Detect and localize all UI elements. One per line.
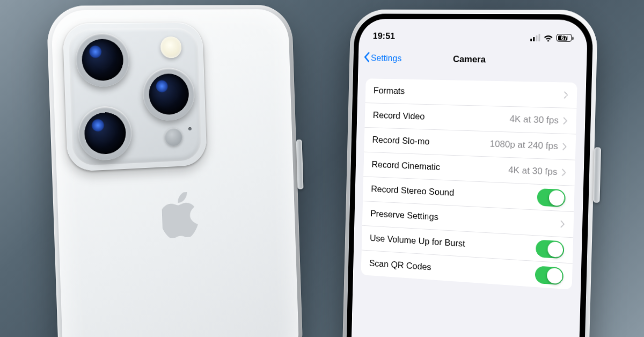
camera-module bbox=[62, 23, 207, 172]
battery-percent: 67 bbox=[561, 35, 567, 41]
phone-screen: 19:51 67 Settings Camera bbox=[348, 19, 588, 337]
side-button bbox=[593, 147, 601, 203]
page-title: Camera bbox=[453, 54, 486, 65]
row-label: Preserve Settings bbox=[370, 208, 438, 223]
row-label: Record Slo-mo bbox=[372, 135, 429, 147]
iphone-front-view: 19:51 67 Settings Camera bbox=[339, 10, 598, 337]
row-label: Formats bbox=[374, 85, 405, 97]
battery-indicator: 67 bbox=[557, 34, 572, 42]
toggle-switch[interactable] bbox=[537, 188, 566, 207]
camera-lens-icon bbox=[142, 67, 195, 121]
lidar-sensor-icon bbox=[164, 128, 182, 146]
row-label: Use Volume Up for Burst bbox=[370, 233, 465, 249]
row-value: 4K at 30 fps bbox=[509, 114, 559, 126]
row-label: Record Cinematic bbox=[371, 159, 440, 173]
status-time: 19:51 bbox=[373, 31, 396, 42]
row-label: Record Stereo Sound bbox=[371, 184, 454, 199]
row-value: 1080p at 240 fps bbox=[490, 138, 558, 152]
status-bar: 19:51 67 bbox=[358, 19, 588, 48]
chevron-left-icon bbox=[363, 52, 370, 65]
chevron-right-icon bbox=[563, 117, 568, 125]
apple-logo-icon bbox=[162, 192, 200, 239]
row-value: 4K at 30 fps bbox=[508, 165, 558, 178]
iphone-back-view bbox=[46, 5, 303, 337]
microphone-dot-icon bbox=[188, 127, 192, 130]
toggle-switch[interactable] bbox=[535, 266, 564, 285]
settings-list: Formats Record Video 4K at 30 fps Record… bbox=[361, 78, 577, 289]
row-label: Record Video bbox=[373, 110, 425, 122]
cellular-signal-icon bbox=[530, 34, 540, 41]
chevron-right-icon bbox=[560, 220, 565, 228]
chevron-right-icon bbox=[564, 91, 568, 99]
nav-bar: Settings Camera bbox=[358, 46, 587, 74]
toggle-switch[interactable] bbox=[536, 239, 565, 259]
back-label: Settings bbox=[371, 53, 402, 64]
flash-icon bbox=[160, 36, 182, 58]
back-button[interactable]: Settings bbox=[363, 52, 402, 65]
camera-lens-icon bbox=[78, 106, 133, 162]
wifi-icon bbox=[543, 34, 553, 41]
side-button bbox=[296, 140, 304, 189]
camera-lens-icon bbox=[75, 33, 130, 87]
row-label: Scan QR Codes bbox=[369, 258, 431, 273]
chevron-right-icon bbox=[561, 169, 566, 177]
chevron-right-icon bbox=[562, 143, 567, 151]
